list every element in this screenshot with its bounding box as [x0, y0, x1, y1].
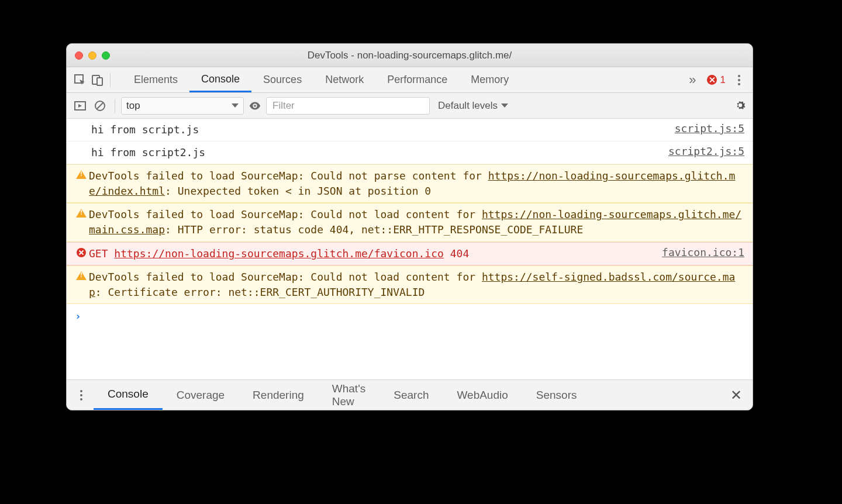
- drawer-tab-list: ConsoleCoverageRenderingWhat's NewSearch…: [94, 380, 591, 410]
- log-levels-selector[interactable]: Default levels: [432, 100, 514, 112]
- drawer-tab-webaudio[interactable]: WebAudio: [443, 380, 522, 410]
- message-text: GET https://non-loading-sourcemaps.glitc…: [89, 246, 650, 261]
- window-minimize-button[interactable]: [88, 51, 96, 60]
- divider: [115, 99, 115, 113]
- toggle-device-icon[interactable]: [89, 71, 106, 89]
- divider: [110, 73, 111, 87]
- tabs-overflow-button[interactable]: »: [683, 73, 702, 88]
- live-expression-icon[interactable]: [246, 97, 264, 115]
- drawer-tab-console[interactable]: Console: [94, 380, 163, 410]
- drawer-close-button[interactable]: ✕: [726, 387, 747, 403]
- context-selector-value: top: [126, 100, 140, 112]
- message-text: DevTools failed to load SourceMap: Could…: [89, 270, 744, 300]
- drawer-tab-what-s-new[interactable]: What's New: [318, 380, 379, 410]
- message-text: DevTools failed to load SourceMap: Could…: [89, 168, 744, 199]
- tab-elements[interactable]: Elements: [122, 67, 189, 92]
- drawer-tab-search[interactable]: Search: [379, 380, 443, 410]
- warning-icon: [74, 270, 89, 280]
- tab-console[interactable]: Console: [189, 67, 251, 92]
- svg-point-6: [254, 105, 256, 107]
- message-source-link[interactable]: script.js:5: [675, 122, 744, 134]
- drawer-bar: ConsoleCoverageRenderingWhat's NewSearch…: [67, 379, 753, 410]
- window-zoom-button[interactable]: [102, 51, 110, 60]
- console-warn-message: DevTools failed to load SourceMap: Could…: [67, 203, 753, 241]
- main-tab-list: ElementsConsoleSourcesNetworkPerformance…: [122, 67, 683, 92]
- message-text: DevTools failed to load SourceMap: Could…: [89, 207, 744, 237]
- console-log-message: hi from script2.jsscript2.js:5: [67, 141, 753, 164]
- filter-input[interactable]: [266, 97, 430, 115]
- drawer-tab-sensors[interactable]: Sensors: [522, 380, 591, 410]
- console-messages: hi from script.jsscript.js:5hi from scri…: [67, 119, 753, 379]
- warning-icon: [74, 207, 89, 218]
- svg-line-5: [97, 103, 103, 109]
- message-url-link[interactable]: https://non-loading-sourcemaps.glitch.me…: [114, 247, 444, 260]
- tab-performance[interactable]: Performance: [375, 67, 459, 92]
- main-tabs-bar: ElementsConsoleSourcesNetworkPerformance…: [67, 67, 753, 93]
- console-prompt[interactable]: ›: [67, 304, 753, 328]
- message-source-link[interactable]: favicon.ico:1: [662, 246, 744, 258]
- error-count-value: 1: [720, 74, 726, 86]
- drawer-tab-coverage[interactable]: Coverage: [163, 380, 239, 410]
- console-err-message: GET https://non-loading-sourcemaps.glitc…: [67, 242, 753, 265]
- window-title: DevTools - non-loading-sourcemaps.glitch…: [67, 50, 753, 61]
- message-url-link[interactable]: https://non-loading-sourcemaps.glitch.me…: [89, 208, 741, 236]
- svg-rect-2: [97, 78, 102, 85]
- message-text: hi from script.js: [91, 122, 663, 137]
- window-close-button[interactable]: [75, 51, 83, 60]
- drawer-menu-button[interactable]: [73, 390, 90, 401]
- tab-network[interactable]: Network: [313, 67, 375, 92]
- warning-icon: [74, 168, 89, 179]
- chevron-down-icon: [232, 103, 239, 108]
- error-icon: [707, 75, 717, 85]
- inspect-element-icon[interactable]: [71, 71, 89, 89]
- message-text: hi from script2.js: [91, 145, 657, 160]
- console-warn-message: DevTools failed to load SourceMap: Could…: [67, 265, 753, 304]
- error-icon: [74, 246, 89, 257]
- http-method: GET: [89, 247, 114, 260]
- message-url-link[interactable]: https://self-signed.badssl.com/source.ma…: [89, 271, 735, 298]
- chevron-down-icon: [501, 103, 508, 108]
- traffic-lights: [75, 51, 110, 60]
- context-selector[interactable]: top: [121, 97, 244, 115]
- console-settings-icon[interactable]: [734, 99, 748, 113]
- devtools-window: DevTools - non-loading-sourcemaps.glitch…: [66, 43, 753, 410]
- settings-menu-button[interactable]: [730, 75, 748, 85]
- toggle-sidebar-icon[interactable]: [71, 97, 89, 115]
- tab-sources[interactable]: Sources: [251, 67, 313, 92]
- clear-console-icon[interactable]: [91, 97, 109, 115]
- console-log-message: hi from script.jsscript.js:5: [67, 119, 753, 141]
- titlebar: DevTools - non-loading-sourcemaps.glitch…: [67, 44, 753, 67]
- message-source-link[interactable]: script2.js:5: [668, 145, 744, 157]
- drawer-tab-rendering[interactable]: Rendering: [239, 380, 318, 410]
- tab-memory[interactable]: Memory: [459, 67, 520, 92]
- console-warn-message: DevTools failed to load SourceMap: Could…: [67, 164, 753, 203]
- error-count-badge[interactable]: 1: [702, 74, 730, 86]
- log-levels-label: Default levels: [438, 100, 498, 112]
- http-status-code: 404: [444, 247, 469, 260]
- console-toolbar: top Default levels: [67, 93, 753, 119]
- message-url-link[interactable]: https://non-loading-sourcemaps.glitch.me…: [89, 170, 735, 197]
- prompt-caret-icon: ›: [75, 310, 81, 322]
